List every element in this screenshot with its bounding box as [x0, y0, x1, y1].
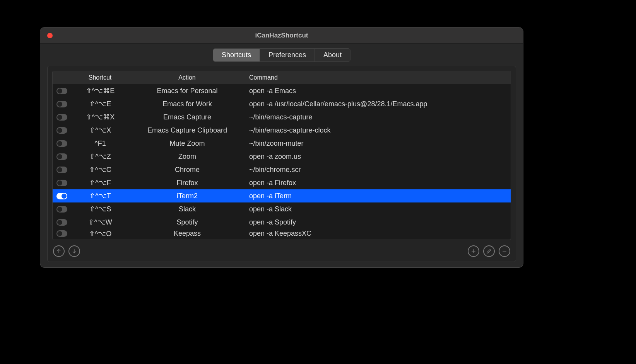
tab-shortcuts[interactable]: Shortcuts — [213, 49, 260, 61]
shortcut-cell: ⇧^⌥C — [71, 165, 129, 174]
footer-toolbar — [48, 243, 516, 262]
enable-toggle[interactable] — [56, 88, 67, 94]
tab-about[interactable]: About — [315, 49, 350, 61]
enable-toggle[interactable] — [56, 193, 67, 199]
command-cell: ~/bin/zoom-muter — [245, 139, 511, 148]
action-cell: Emacs for Personal — [129, 87, 245, 95]
content-frame: Shortcut Action Command ⇧^⌥⌘EEmacs for P… — [47, 66, 516, 262]
command-cell: open -a Spotify — [245, 218, 511, 226]
action-cell: Keepass — [129, 229, 245, 238]
table-body: ⇧^⌥⌘EEmacs for Personalopen -a Emacs⇧^⌥E… — [53, 84, 511, 240]
tab-preferences[interactable]: Preferences — [260, 49, 315, 61]
tabbar: ShortcutsPreferencesAbout — [40, 44, 523, 66]
shortcut-cell: ⇧^⌥W — [71, 218, 129, 226]
enable-toggle[interactable] — [56, 140, 67, 147]
shortcut-cell: ⇧^⌥O — [71, 229, 129, 238]
enable-toggle[interactable] — [56, 167, 67, 173]
header-shortcut[interactable]: Shortcut — [71, 74, 129, 81]
action-cell: Firefox — [129, 179, 245, 187]
table-row[interactable]: ⇧^⌥OKeepassopen -a KeepassXC — [53, 229, 511, 238]
action-cell: Spotify — [129, 218, 245, 226]
shortcut-cell: ^F1 — [71, 139, 129, 148]
table-row[interactable]: ⇧^⌥XEmacs Capture Clipboard~/bin/emacs-c… — [53, 124, 511, 137]
move-down-button[interactable] — [68, 245, 80, 257]
shortcut-cell: ⇧^⌥T — [71, 192, 129, 200]
command-cell: open -a zoom.us — [245, 153, 511, 161]
table-row[interactable]: ⇧^⌥CChrome~/bin/chrome.scr — [53, 163, 511, 176]
action-cell: Emacs Capture — [129, 113, 245, 121]
action-cell: Mute Zoom — [129, 139, 245, 148]
shortcut-cell: ⇧^⌥S — [71, 205, 129, 213]
arrow-down-icon — [71, 248, 77, 254]
table-row[interactable]: ^F1Mute Zoom~/bin/zoom-muter — [53, 137, 511, 150]
command-cell: ~/bin/emacs-capture — [245, 113, 511, 121]
action-cell: Zoom — [129, 153, 245, 161]
command-cell: open -a iTerm — [245, 192, 511, 200]
plus-icon — [470, 248, 477, 254]
command-cell: open -a /usr/local/Cellar/emacs-plus@28/… — [245, 100, 511, 108]
command-cell: ~/bin/emacs-capture-clock — [245, 126, 511, 134]
app-window: iCanHazShortcut ShortcutsPreferencesAbou… — [40, 27, 523, 268]
titlebar: iCanHazShortcut — [40, 27, 523, 44]
header-command[interactable]: Command — [245, 74, 511, 81]
shortcut-cell: ⇧^⌥X — [71, 126, 129, 134]
command-cell: open -a Firefox — [245, 179, 511, 187]
remove-button[interactable] — [499, 245, 510, 257]
shortcut-cell: ⇧^⌥F — [71, 179, 129, 187]
enable-toggle[interactable] — [56, 153, 67, 160]
enable-toggle[interactable] — [56, 101, 67, 107]
enable-toggle[interactable] — [56, 230, 67, 237]
action-cell: Slack — [129, 205, 245, 213]
shortcuts-table: Shortcut Action Command ⇧^⌥⌘EEmacs for P… — [52, 71, 511, 240]
shortcut-cell: ⇧^⌥⌘X — [71, 113, 129, 121]
header-action[interactable]: Action — [129, 74, 245, 81]
command-cell: open -a KeepassXC — [245, 229, 511, 238]
table-row[interactable]: ⇧^⌥⌘XEmacs Capture~/bin/emacs-capture — [53, 111, 511, 124]
shortcut-cell: ⇧^⌥E — [71, 100, 129, 108]
table-row[interactable]: ⇧^⌥TiTerm2open -a iTerm — [53, 189, 511, 202]
command-cell: open -a Emacs — [245, 87, 511, 95]
table-row[interactable]: ⇧^⌥ZZoomopen -a zoom.us — [53, 150, 511, 163]
action-cell: Chrome — [129, 166, 245, 174]
enable-toggle[interactable] — [56, 127, 67, 134]
enable-toggle[interactable] — [56, 180, 67, 186]
shortcut-cell: ⇧^⌥⌘E — [71, 87, 129, 95]
command-cell: ~/bin/chrome.scr — [245, 166, 511, 174]
shortcut-cell: ⇧^⌥Z — [71, 152, 129, 161]
arrow-up-icon — [56, 248, 62, 254]
action-cell: Emacs for Work — [129, 100, 245, 108]
table-row[interactable]: ⇧^⌥SSlackopen -a Slack — [53, 202, 511, 216]
table-row[interactable]: ⇧^⌥FFirefoxopen -a Firefox — [53, 176, 511, 189]
pencil-icon — [486, 248, 492, 254]
action-cell: iTerm2 — [129, 192, 245, 200]
segmented-control: ShortcutsPreferencesAbout — [213, 48, 350, 62]
action-cell: Emacs Capture Clipboard — [129, 126, 245, 134]
add-button[interactable] — [468, 245, 479, 257]
minus-icon — [501, 248, 508, 254]
table-row[interactable]: ⇧^⌥⌘EEmacs for Personalopen -a Emacs — [53, 84, 511, 97]
enable-toggle[interactable] — [56, 219, 67, 226]
edit-button[interactable] — [483, 245, 495, 257]
enable-toggle[interactable] — [56, 206, 67, 213]
command-cell: open -a Slack — [245, 205, 511, 213]
move-up-button[interactable] — [53, 245, 65, 257]
enable-toggle[interactable] — [56, 114, 67, 121]
window-title: iCanHazShortcut — [255, 32, 308, 39]
table-header: Shortcut Action Command — [53, 71, 511, 84]
close-icon[interactable] — [47, 33, 53, 38]
table-row[interactable]: ⇧^⌥WSpotifyopen -a Spotify — [53, 216, 511, 229]
table-row[interactable]: ⇧^⌥EEmacs for Workopen -a /usr/local/Cel… — [53, 97, 511, 111]
